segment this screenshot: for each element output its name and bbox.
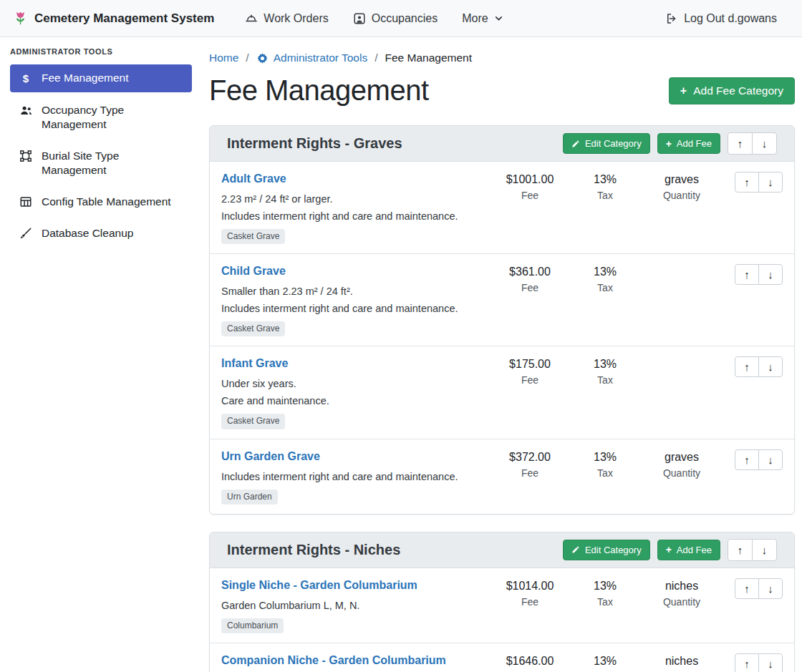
arrow-up-icon: ↑ [738, 544, 743, 556]
arrow-up-icon: ↑ [744, 583, 750, 595]
tax-label: Tax [572, 282, 638, 293]
move-fee-up-button[interactable]: ↑ [735, 264, 759, 285]
fee-description: Includes interment right and care and ma… [221, 469, 479, 484]
sidebar-item-fee-management[interactable]: $ Fee Management [10, 64, 192, 92]
tax-value: 13% [572, 264, 638, 280]
fee-name-link[interactable]: Single Niche - Garden Columbarium [221, 578, 417, 593]
breadcrumb-home[interactable]: Home [209, 52, 238, 64]
fee-type-badge: Urn Garden [221, 490, 278, 505]
add-fee-category-button[interactable]: + Add Fee Category [669, 77, 795, 104]
fee-reorder-group: ↑ ↓ [725, 653, 783, 672]
move-fee-up-button[interactable]: ↑ [735, 172, 759, 193]
arrow-down-icon: ↓ [768, 176, 773, 188]
fee-description: Garden Columbarium L, M, N. [221, 598, 479, 613]
tax-col: 13% Tax [572, 653, 638, 672]
fee-label: Fee [488, 467, 572, 479]
fee-amount: $361.00 [488, 264, 572, 280]
edit-category-button[interactable]: Edit Category [563, 133, 650, 154]
add-fee-button[interactable]: + Add Fee [657, 540, 720, 560]
logout-link[interactable]: Log Out d.gowans [653, 0, 789, 37]
fee-amount-col: $175.00 Fee [488, 356, 572, 386]
tax-value: 13% [572, 449, 638, 465]
category-header: Interment Rights - Graves Edit Category … [210, 126, 794, 162]
fee-amount: $1001.00 [488, 172, 572, 188]
fee-name-link[interactable]: Infant Grave [221, 356, 288, 371]
move-fee-down-button[interactable]: ↓ [758, 653, 783, 672]
arrow-up-icon: ↑ [744, 361, 750, 373]
arrow-up-icon: ↑ [744, 176, 750, 188]
chevron-down-icon [494, 14, 503, 23]
move-fee-down-button[interactable]: ↓ [758, 578, 783, 599]
plus-icon: + [666, 139, 672, 149]
nav-work-orders-label: Work Orders [264, 12, 328, 25]
nav-work-orders[interactable]: Work Orders [233, 0, 340, 37]
move-category-up-button[interactable]: ↑ [728, 539, 753, 561]
fee-main: Adult Grave 2.23 m² / 24 ft² or larger. … [221, 171, 488, 244]
sidebar-item-database-cleanup[interactable]: Database Cleanup [10, 220, 192, 247]
fee-description: Includes interment right and care and ma… [221, 209, 479, 223]
sidebar-item-burial-site-type[interactable]: Burial Site Type Management [10, 142, 192, 184]
move-fee-down-button[interactable]: ↓ [758, 172, 783, 193]
move-category-down-button[interactable]: ↓ [752, 539, 777, 561]
move-fee-up-button[interactable]: ↑ [735, 356, 759, 377]
arrow-down-icon: ↓ [768, 658, 773, 670]
quantity-col: graves Quantity [638, 171, 725, 201]
sidebar-item-label: Fee Management [42, 71, 129, 85]
quantity-unit: niches [638, 653, 725, 669]
arrow-down-icon: ↓ [768, 583, 773, 595]
tax-label: Tax [572, 596, 638, 608]
sidebar-item-occupancy-type[interactable]: Occupancy Type Management [10, 97, 192, 138]
fee-name-link[interactable]: Urn Garden Grave [221, 449, 320, 464]
fee-type-badge: Casket Grave [221, 414, 285, 429]
main-content: Home / Administrator Tools / Fee Managem… [200, 37, 802, 672]
nav-more-label: More [462, 12, 488, 25]
arrow-down-icon: ↓ [768, 454, 773, 466]
nav-occupancies-label: Occupancies [372, 12, 438, 25]
move-fee-down-button[interactable]: ↓ [758, 356, 783, 377]
breadcrumb-admin-tools[interactable]: Administrator Tools [256, 52, 368, 64]
pencil-icon [571, 140, 580, 148]
category-title: Interment Rights - Graves [227, 135, 402, 152]
edit-category-button[interactable]: Edit Category [563, 540, 650, 560]
tax-col: 13% Tax [572, 356, 638, 386]
nav-more[interactable]: More [450, 0, 515, 37]
fee-name-link[interactable]: Adult Grave [221, 171, 286, 187]
fee-category-card-graves: Interment Rights - Graves Edit Category … [209, 125, 795, 515]
tax-value: 13% [572, 578, 638, 594]
fee-label: Fee [488, 374, 572, 386]
fee-amount-col: $372.00 Fee [488, 449, 572, 479]
plus-icon: + [666, 545, 672, 555]
logout-icon [665, 12, 678, 25]
fee-description: Includes interment right and care and ma… [221, 301, 479, 316]
move-category-down-button[interactable]: ↓ [752, 132, 777, 155]
fee-main: Single Niche - Garden Columbarium Garden… [221, 578, 488, 633]
move-category-up-button[interactable]: ↑ [728, 132, 753, 155]
breadcrumb-separator: / [246, 52, 248, 64]
fee-reorder-group: ↑ ↓ [725, 449, 783, 470]
quantity-label: Quantity [638, 467, 725, 479]
sidebar-item-config-table[interactable]: Config Table Management [10, 188, 192, 215]
fee-description: 2.23 m² / 24 ft² or larger. [221, 192, 479, 206]
nav-occupancies[interactable]: Occupancies [341, 0, 450, 37]
move-fee-up-button[interactable]: ↑ [735, 653, 759, 672]
quantity-unit: graves [638, 172, 725, 188]
category-header: Interment Rights - Niches Edit Category … [210, 532, 794, 568]
quantity-label: Quantity [638, 596, 725, 608]
move-fee-down-button[interactable]: ↓ [758, 449, 783, 470]
move-fee-up-button[interactable]: ↑ [735, 578, 759, 599]
fee-row: Child Grave Smaller than 2.23 m² / 24 ft… [210, 254, 794, 346]
fee-name-link[interactable]: Companion Niche - Garden Columbarium [221, 653, 446, 668]
edit-category-label: Edit Category [585, 138, 642, 149]
brand-link[interactable]: Cemetery Management System [13, 11, 214, 26]
quantity-unit: graves [638, 449, 725, 465]
fee-name-link[interactable]: Child Grave [221, 263, 286, 279]
breadcrumb-admin-tools-label: Administrator Tools [274, 52, 368, 64]
quantity-col [638, 356, 725, 356]
add-fee-button[interactable]: + Add Fee [657, 133, 720, 154]
dollar-icon: $ [19, 71, 33, 86]
move-fee-down-button[interactable]: ↓ [758, 264, 783, 285]
sidebar-header: ADMINISTRATOR TOOLS [10, 47, 192, 64]
move-fee-up-button[interactable]: ↑ [735, 449, 759, 470]
breadcrumb-current: Fee Management [385, 52, 473, 64]
fee-reorder-group: ↑ ↓ [725, 578, 783, 599]
